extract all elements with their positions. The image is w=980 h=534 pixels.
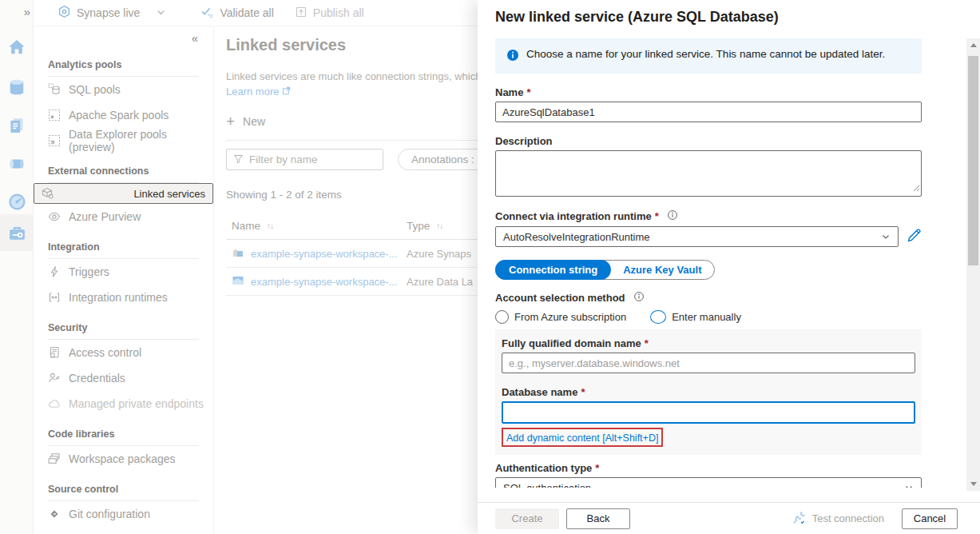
publish-icon — [295, 6, 307, 21]
credential-source-tabs: Connection string Azure Key Vault — [495, 260, 715, 280]
filter-row: Annotations : — [226, 149, 478, 170]
sidebar-item-managed-private-endpoints[interactable]: Managed private endpoints — [34, 391, 213, 416]
authentication-type-select[interactable]: SQL authentication — [495, 477, 922, 488]
database-name-label: Database name* — [502, 386, 915, 398]
sidebar-item-triggers[interactable]: Triggers — [34, 259, 213, 285]
nav-section-header: Security — [48, 322, 199, 333]
validate-all-button[interactable]: Validate all — [200, 5, 273, 21]
monitor-icon[interactable] — [0, 188, 34, 215]
table-header: Name ↑↓ Type ↑↓ — [226, 215, 478, 236]
tab-azure-key-vault[interactable]: Azure Key Vault — [609, 260, 715, 280]
sort-icon: ↑↓ — [267, 221, 273, 230]
publish-all-button[interactable]: Publish all — [295, 6, 364, 21]
radio-selected-icon — [650, 310, 666, 324]
tab-connection-string[interactable]: Connection string — [495, 260, 611, 280]
filter-funnel-icon — [233, 153, 244, 167]
database-name-input[interactable] — [502, 401, 915, 424]
credentials-icon — [48, 372, 61, 385]
learn-more-link[interactable]: Learn more — [226, 86, 478, 98]
linked-service-link[interactable]: example-synapse-workspace-... — [251, 276, 398, 288]
required-marker: * — [595, 462, 599, 474]
scrollbar-up-arrow[interactable] — [966, 38, 980, 52]
home-icon[interactable] — [0, 34, 34, 61]
radio-enter-manually[interactable]: Enter manually — [650, 310, 741, 324]
sidebar-item-label: Integration runtimes — [69, 291, 168, 304]
info-icon[interactable] — [667, 209, 678, 223]
name-label: Name* — [495, 86, 922, 98]
synapse-live-icon — [58, 5, 71, 21]
linked-services-icon — [42, 187, 54, 200]
integration-runtimes-icon — [48, 291, 61, 304]
annotation-highlight-box: Add dynamic content [Alt+Shift+D] — [502, 428, 663, 447]
apache-spark-pools-icon — [48, 109, 61, 122]
linked-service-link[interactable]: example-synapse-workspace-... — [251, 248, 398, 260]
sidebar-item-credentials[interactable]: Credentials — [34, 365, 213, 391]
external-link-icon — [282, 86, 291, 98]
dialog-title: New linked service (Azure SQL Database) — [478, 0, 980, 26]
name-column-label: Name — [232, 220, 260, 232]
integrate-icon[interactable] — [0, 150, 34, 177]
synapse-workspace-screen: » Synapse live — [0, 0, 980, 534]
scrollbar-thumb[interactable] — [968, 56, 978, 265]
resize-grip-icon[interactable] — [913, 181, 920, 195]
linked-service-type: Azure Data La — [407, 276, 473, 288]
back-button[interactable]: Back — [566, 508, 630, 529]
sidebar-item-linked-services[interactable]: Linked services — [34, 183, 213, 204]
git-configuration-icon — [48, 508, 61, 520]
linked-services-page: Linked services Linked services are much… — [214, 26, 478, 534]
sidebar-item-integration-runtimes[interactable]: Integration runtimes — [34, 285, 213, 310]
cancel-button[interactable]: Cancel — [902, 508, 958, 529]
info-banner-text: Choose a name for your linked service. T… — [526, 48, 885, 60]
test-connection-button[interactable]: Test connection — [792, 511, 884, 527]
column-header-type[interactable]: Type ↑↓ — [407, 220, 442, 232]
radio-from-azure-subscription[interactable]: From Azure subscription — [495, 310, 626, 324]
annotations-pill-label: Annotations : — [411, 153, 474, 165]
expand-rail-icon[interactable]: » — [24, 5, 30, 18]
new-linked-service-button[interactable]: + New — [226, 115, 478, 128]
left-icon-rail: » — [0, 0, 34, 534]
create-button[interactable]: Create — [495, 508, 559, 529]
new-linked-service-dialog: New linked service (Azure SQL Database) … — [478, 0, 980, 534]
manage-icon[interactable] — [0, 219, 34, 246]
info-icon[interactable] — [633, 291, 645, 305]
data-icon[interactable] — [0, 74, 34, 101]
sidebar-item-data-explorer-pools[interactable]: Data Explorer pools (preview) — [34, 128, 213, 153]
mode-label: Synapse live — [77, 6, 140, 19]
sidebar-item-workspace-packages[interactable]: Workspace packages — [34, 446, 213, 472]
access-control-icon — [48, 346, 61, 359]
name-input[interactable] — [495, 102, 922, 122]
sidebar-item-label: Linked services — [133, 188, 205, 200]
sidebar-item-access-control[interactable]: Access control — [34, 340, 213, 365]
triggers-icon — [48, 265, 61, 278]
dialog-footer: Create Back Test connection Cancel — [478, 502, 980, 534]
develop-icon[interactable] — [0, 112, 34, 139]
filter-by-name-box — [226, 149, 383, 170]
linked-service-type: Azure Synaps — [407, 248, 471, 260]
column-header-name[interactable]: Name ↑↓ — [226, 220, 407, 232]
add-dynamic-content-link[interactable]: Add dynamic content [Alt+Shift+D] — [506, 432, 658, 444]
type-column-label: Type — [407, 220, 430, 232]
nav-section-header: External connections — [48, 165, 199, 177]
description-textarea[interactable] — [495, 150, 922, 197]
sidebar-item-sql-pools[interactable]: SQL pools — [34, 77, 213, 102]
scrollbar-down-arrow[interactable] — [966, 477, 980, 491]
annotations-filter-pill[interactable]: Annotations : — [398, 149, 478, 170]
test-connection-label: Test connection — [812, 512, 884, 524]
filter-by-name-input[interactable] — [249, 153, 391, 165]
page-description: Linked services are much like connection… — [226, 70, 478, 82]
sql-pools-icon — [48, 83, 61, 96]
sidebar-item-git-configuration[interactable]: Git configuration — [34, 501, 213, 527]
sidebar-item-label: Git configuration — [69, 508, 150, 520]
integration-runtime-select[interactable]: AutoResolveIntegrationRuntime — [495, 226, 899, 247]
collapse-panel-icon[interactable]: « — [34, 26, 213, 47]
sidebar-item-azure-purview[interactable]: Azure Purview — [34, 204, 213, 229]
validate-icon — [200, 5, 214, 21]
edit-runtime-pencil-icon[interactable] — [907, 228, 922, 246]
nav-section-header: Code libraries — [48, 428, 199, 440]
info-filled-icon — [506, 49, 519, 64]
mode-selector[interactable]: Synapse live — [58, 5, 165, 21]
fqdn-input[interactable] — [502, 353, 915, 373]
radio-label: From Azure subscription — [514, 311, 626, 323]
sidebar-item-apache-spark-pools[interactable]: Apache Spark pools — [34, 102, 213, 128]
results-count: Showing 1 - 2 of 2 items — [226, 189, 478, 201]
